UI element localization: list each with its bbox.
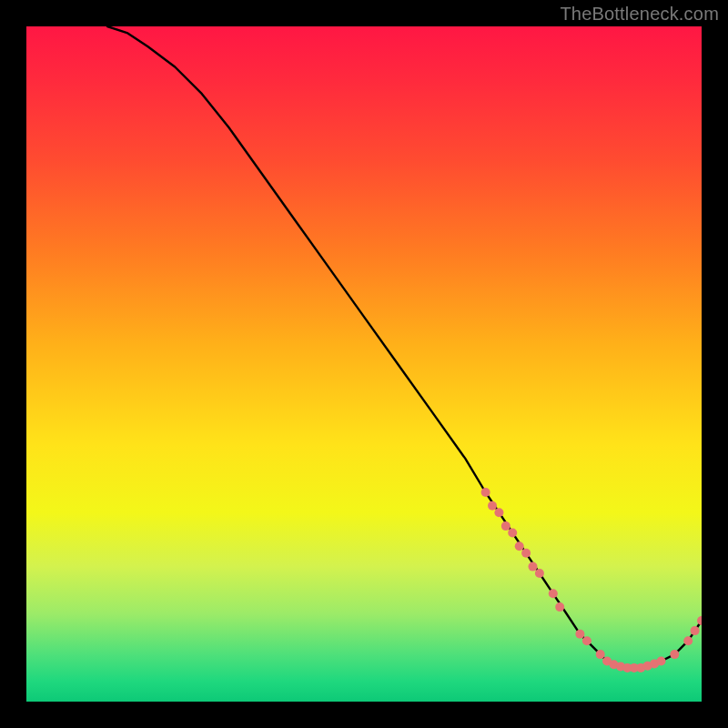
bottleneck-curve-path <box>107 26 702 668</box>
scatter-point <box>575 630 584 639</box>
scatter-point <box>549 589 558 598</box>
scatter-point <box>488 501 497 511</box>
scatter-point <box>508 529 517 538</box>
watermark-text: TheBottleneck.com <box>560 4 719 25</box>
scatter-point <box>501 521 511 531</box>
scatter-point <box>657 657 666 666</box>
scatter-point <box>481 488 490 497</box>
scatter-point <box>521 549 531 558</box>
scatter-point <box>596 650 605 659</box>
scatter-point <box>555 602 564 612</box>
scatter-point <box>691 626 700 635</box>
chart-frame: TheBottleneck.com <box>0 0 728 728</box>
scatter-point <box>515 541 524 551</box>
plot-area <box>26 26 702 702</box>
scatter-point <box>670 650 679 659</box>
scatter-point <box>582 636 592 645</box>
scatter-point <box>529 562 538 571</box>
scatter-point <box>535 569 544 578</box>
scatter-point <box>697 616 702 625</box>
curve-layer <box>26 26 702 702</box>
scatter-point <box>494 508 503 517</box>
scatter-point <box>683 636 693 645</box>
